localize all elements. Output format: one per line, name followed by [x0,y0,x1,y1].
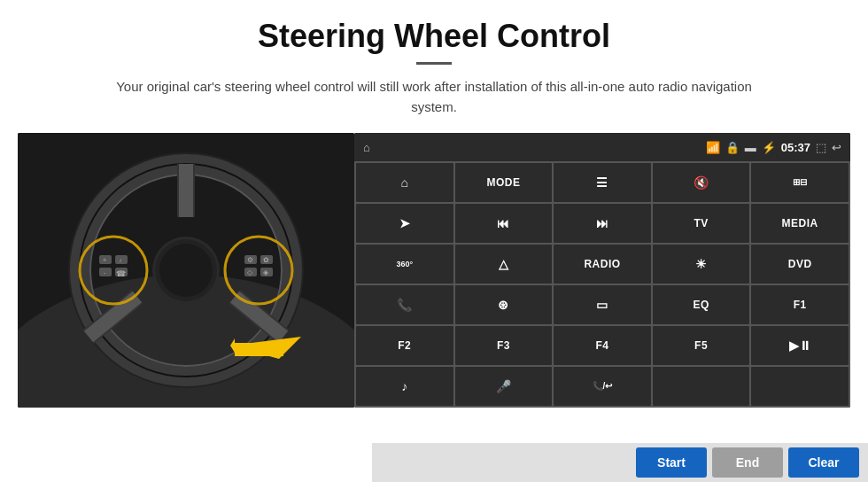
btn-eject[interactable]: △ [455,245,553,284]
status-time: 05:37 [781,141,810,154]
svg-text:☎: ☎ [116,269,126,278]
start-button[interactable]: Start [636,447,707,478]
btn-phone[interactable]: 📞 [356,285,453,324]
title-divider [416,62,452,65]
btn-empty2 [751,367,849,406]
btn-f1[interactable]: F1 [751,285,849,324]
svg-point-14 [159,244,213,297]
btn-f4[interactable]: F4 [554,326,651,365]
btn-mode[interactable]: MODE [455,163,553,202]
bluetooth-icon: ⚡ [762,141,776,154]
svg-text:+: + [103,256,107,264]
svg-text:-: - [104,268,106,276]
svg-text:◇: ◇ [247,268,253,276]
btn-apps[interactable]: ⊞⊟ [751,163,849,202]
steering-wheel-image: + - ♪ ☎ ⚙ ◇ ✿ ◈ [18,133,354,408]
home-status-icon: ⌂ [363,141,370,154]
btn-brightness[interactable]: ☀ [653,245,750,284]
btn-home[interactable]: ⌂ [356,163,453,202]
btn-f2[interactable]: F2 [356,326,453,365]
btn-radio[interactable]: RADIO [554,245,651,284]
btn-media[interactable]: MEDIA [751,204,849,243]
btn-f5[interactable]: F5 [653,326,750,365]
wifi-icon: 📶 [706,141,720,154]
clear-button[interactable]: Clear [788,447,859,478]
bottom-bar: Start End Clear [372,443,868,482]
cast-icon: ⬚ [816,141,826,154]
page-wrapper: Steering Wheel Control Your original car… [0,0,868,482]
btn-gps[interactable]: ⊛ [455,285,553,324]
btn-next[interactable]: ⏭ [554,204,651,243]
btn-list[interactable]: ☰ [554,163,651,202]
svg-rect-34 [235,343,283,356]
content-row: + - ♪ ☎ ⚙ ◇ ✿ ◈ [18,133,850,408]
btn-f3[interactable]: F3 [455,326,553,365]
svg-text:⚙: ⚙ [247,256,253,264]
btn-dvd[interactable]: DVD [751,245,849,284]
btn-tv[interactable]: TV [653,204,750,243]
svg-text:✿: ✿ [263,256,269,264]
page-subtitle: Your original car's steering wheel contr… [97,77,771,117]
btn-music[interactable]: ♪ [356,367,453,406]
status-left: ⌂ [363,141,370,154]
status-bar: ⌂ 📶 🔒 ▬ ⚡ 05:37 ⬚ ↩ [354,133,850,161]
end-button[interactable]: End [712,447,783,478]
svg-text:◈: ◈ [263,268,269,276]
btn-empty1 [653,367,750,406]
btn-screen[interactable]: ▭ [554,285,651,324]
svg-text:♪: ♪ [119,257,122,263]
button-grid: ⌂ MODE ☰ 🔇 ⊞⊟ ➤ ⏮ ⏭ TV MEDIA 360° △ RADI… [354,161,850,408]
btn-prev[interactable]: ⏮ [455,204,553,243]
btn-call-end[interactable]: 📞/↩ [554,367,651,406]
android-panel: ⌂ 📶 🔒 ▬ ⚡ 05:37 ⬚ ↩ ⌂ MODE ☰ 🔇 [354,133,850,408]
btn-360[interactable]: 360° [356,245,453,284]
back-icon: ↩ [832,141,841,154]
btn-playpause[interactable]: ▶⏸ [751,326,849,365]
lock-icon: 🔒 [725,141,740,154]
btn-mute[interactable]: 🔇 [653,163,750,202]
page-title: Steering Wheel Control [258,18,610,55]
btn-nav[interactable]: ➤ [356,204,453,243]
btn-mic[interactable]: 🎤 [455,367,553,406]
sd-icon: ▬ [745,141,756,154]
btn-eq[interactable]: EQ [653,285,750,324]
status-right: 📶 🔒 ▬ ⚡ 05:37 ⬚ ↩ [706,141,841,154]
